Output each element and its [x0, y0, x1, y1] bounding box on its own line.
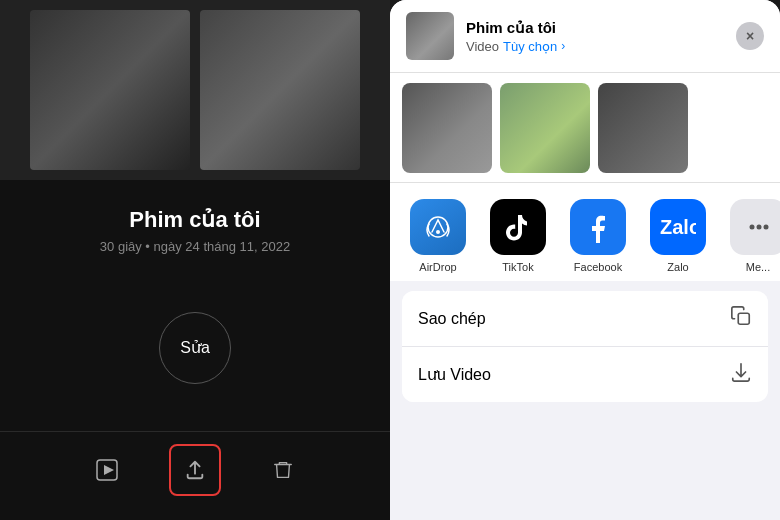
more-icon	[730, 199, 780, 255]
action-list-wrapper: Sao chép Lưu Video	[390, 281, 780, 412]
svg-text:Zalo: Zalo	[660, 216, 696, 238]
video-preview-top	[0, 0, 390, 180]
bottom-bar	[0, 431, 390, 520]
share-type: Video	[466, 39, 499, 54]
share-header: Phim của tôi Video Tùy chọn › ×	[390, 0, 780, 73]
share-thumbnail	[406, 12, 454, 60]
share-button[interactable]	[169, 444, 221, 496]
video-thumbnail-left	[30, 10, 190, 170]
share-icon	[184, 459, 206, 481]
facebook-label: Facebook	[574, 261, 622, 273]
save-icon	[730, 361, 752, 388]
save-action[interactable]: Lưu Video	[402, 347, 768, 402]
save-label: Lưu Video	[418, 365, 491, 384]
apps-row: AirDrop TikTok Facebook Zalo	[390, 183, 780, 281]
preview-thumb-3	[598, 83, 688, 173]
airdrop-label: AirDrop	[419, 261, 456, 273]
preview-strip	[390, 73, 780, 183]
close-button[interactable]: ×	[736, 22, 764, 50]
app-facebook[interactable]: Facebook	[558, 199, 638, 273]
app-tiktok[interactable]: TikTok	[478, 199, 558, 273]
delete-button[interactable]	[261, 448, 305, 492]
tiktok-icon	[490, 199, 546, 255]
share-options[interactable]: Tùy chọn	[503, 39, 557, 54]
share-subtitle: Video Tùy chọn ›	[466, 39, 736, 54]
edit-button[interactable]: Sửa	[159, 312, 231, 384]
svg-point-3	[436, 230, 440, 234]
chevron-right-icon: ›	[561, 39, 565, 53]
left-panel: Phim của tôi 30 giây • ngày 24 tháng 11,…	[0, 0, 390, 520]
trash-icon	[272, 459, 294, 481]
app-airdrop[interactable]: AirDrop	[398, 199, 478, 273]
edit-label: Sửa	[180, 338, 210, 357]
copy-icon	[730, 305, 752, 332]
copy-label: Sao chép	[418, 310, 486, 328]
share-sheet: Phim của tôi Video Tùy chọn › ×	[390, 0, 780, 520]
share-title: Phim của tôi	[466, 19, 736, 37]
video-title: Phim của tôi	[100, 207, 290, 233]
app-zalo[interactable]: Zalo Zalo	[638, 199, 718, 273]
play-button[interactable]	[85, 448, 129, 492]
airdrop-icon	[410, 199, 466, 255]
copy-action[interactable]: Sao chép	[402, 291, 768, 347]
svg-point-6	[757, 225, 762, 230]
action-list: Sao chép Lưu Video	[402, 291, 768, 402]
tiktok-label: TikTok	[502, 261, 533, 273]
svg-point-7	[764, 225, 769, 230]
video-meta: 30 giây • ngày 24 tháng 11, 2022	[100, 239, 290, 254]
video-info: Phim của tôi 30 giây • ngày 24 tháng 11,…	[100, 207, 290, 254]
preview-thumb-2	[500, 83, 590, 173]
play-icon	[95, 458, 119, 482]
svg-marker-1	[104, 465, 114, 475]
close-icon: ×	[746, 28, 754, 44]
app-more[interactable]: Me...	[718, 199, 780, 273]
video-thumbnail-right	[200, 10, 360, 170]
svg-rect-8	[738, 313, 749, 324]
more-label: Me...	[746, 261, 770, 273]
zalo-label: Zalo	[667, 261, 688, 273]
zalo-icon: Zalo	[650, 199, 706, 255]
share-title-block: Phim của tôi Video Tùy chọn ›	[466, 19, 736, 54]
svg-point-5	[750, 225, 755, 230]
facebook-icon	[570, 199, 626, 255]
preview-thumb-1	[402, 83, 492, 173]
